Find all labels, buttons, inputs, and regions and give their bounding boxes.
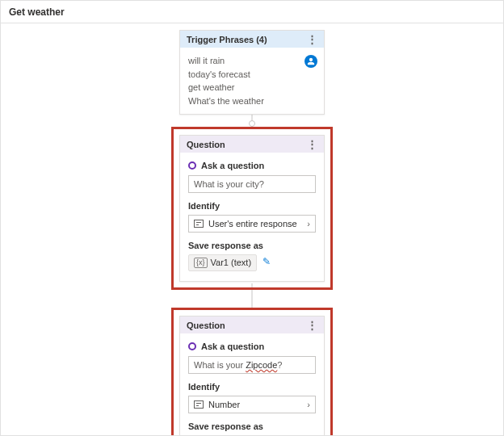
- identify-select[interactable]: User's entire response ›: [188, 215, 316, 233]
- trigger-body: will it rain today's forecast get weathe…: [180, 48, 324, 114]
- question-bullet-icon: [188, 161, 196, 170]
- trigger-phrases-node[interactable]: Trigger Phrases (4) ⋮ will it rain today…: [179, 30, 325, 115]
- identify-label: Identify: [188, 382, 316, 392]
- topbar: Get weather: [1, 1, 503, 23]
- trigger-header-title: Trigger Phrases (4): [187, 35, 267, 44]
- more-icon[interactable]: ⋮: [307, 34, 317, 44]
- identify-value: User's entire response: [208, 219, 297, 228]
- highlight-box: Question ⋮ Ask a question Identify User'…: [171, 127, 333, 290]
- highlight-box: Question ⋮ Ask a question What is your Z…: [171, 308, 333, 436]
- trigger-phrase: What's the weather: [188, 94, 316, 108]
- question-node[interactable]: Question ⋮ Ask a question Identify User'…: [179, 135, 325, 282]
- identify-value: Number: [208, 400, 240, 409]
- question-node[interactable]: Question ⋮ Ask a question What is your Z…: [179, 316, 325, 436]
- question-header-title: Question: [187, 140, 225, 149]
- identify-label: Identify: [188, 201, 316, 211]
- question-suffix: ?: [277, 360, 282, 370]
- identify-select[interactable]: Number ›: [188, 396, 316, 413]
- user-icon: [304, 55, 317, 68]
- ask-question-label: Ask a question: [201, 342, 264, 351]
- entity-icon: [194, 220, 204, 228]
- question-body: Ask a question What is your Zipcode? Ide…: [180, 333, 324, 436]
- more-icon[interactable]: ⋮: [307, 139, 317, 149]
- node-header: Trigger Phrases (4) ⋮: [180, 31, 324, 48]
- question-text-input[interactable]: What is your Zipcode?: [188, 356, 316, 374]
- trigger-phrase: get weather: [188, 81, 316, 94]
- chevron-right-icon: ›: [307, 219, 310, 228]
- entity-icon: [194, 400, 204, 409]
- question-text-input[interactable]: [188, 175, 316, 193]
- question-prefix: What is your: [194, 360, 246, 370]
- node-header: Question ⋮: [180, 136, 324, 153]
- app-frame: Get weather + Trigger Phrases (4) ⋮ will…: [0, 0, 504, 436]
- variable-chip[interactable]: {x} Var1 (text): [188, 254, 257, 271]
- variable-icon: {x}: [194, 258, 208, 268]
- save-response-label: Save response as: [188, 421, 316, 431]
- trigger-phrase: will it rain: [188, 54, 316, 68]
- page-title: Get weather: [9, 6, 65, 18]
- question-header-title: Question: [187, 321, 225, 330]
- save-response-label: Save response as: [188, 241, 316, 250]
- ask-question-row: Ask a question: [188, 342, 316, 351]
- question-bullet-icon: [188, 342, 196, 350]
- spellcheck-word: Zipcode: [246, 360, 277, 370]
- ask-question-row: Ask a question: [188, 161, 316, 170]
- connector-port: [249, 120, 255, 127]
- chevron-right-icon: ›: [307, 400, 310, 409]
- node-header: Question ⋮: [180, 317, 324, 333]
- question-body: Ask a question Identify User's entire re…: [180, 153, 324, 281]
- more-icon[interactable]: ⋮: [307, 320, 317, 330]
- edit-variable-icon[interactable]: ✎: [262, 256, 271, 267]
- variable-name: Var1 (text): [211, 258, 252, 267]
- ask-question-label: Ask a question: [201, 161, 264, 170]
- authoring-canvas[interactable]: + Trigger Phrases (4) ⋮ will it rain tod…: [1, 23, 503, 435]
- trigger-phrase: today's forecast: [188, 68, 316, 82]
- variable-row: {x} Var1 (text) ✎: [188, 254, 316, 271]
